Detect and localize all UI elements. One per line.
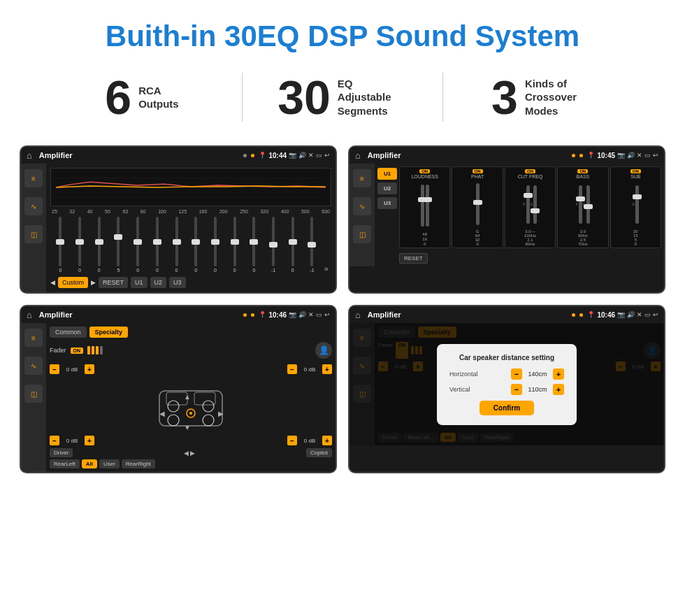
prev-arrow[interactable]: ◀ xyxy=(50,279,55,286)
horizontal-minus-btn[interactable]: − xyxy=(511,368,522,380)
u3-btn[interactable]: U3 xyxy=(169,277,186,288)
vertical-minus-btn[interactable]: − xyxy=(511,384,522,395)
pos-user[interactable]: User xyxy=(99,459,120,468)
svg-point-8 xyxy=(168,415,179,426)
camera-icon-2: 📷 xyxy=(617,152,625,159)
slider-1[interactable]: 0 xyxy=(52,217,69,273)
profile-icon-3[interactable]: 👤 xyxy=(315,342,332,359)
screen-4-dialog: ⌂ Amplifier 📍 10:46 📷 🔊 ✕ ▭ ↩ ≡ ∿ ◫ xyxy=(348,305,665,473)
car-diagram-svg: ▲ ▼ ◀ ▶ xyxy=(145,377,236,433)
home-icon-1[interactable]: ⌂ xyxy=(27,150,32,161)
app-title-3: Amplifier xyxy=(39,310,240,319)
vertical-plus-btn[interactable]: + xyxy=(553,384,564,395)
speaker-icon-1[interactable]: ◫ xyxy=(24,225,43,243)
left-sidebar-1: ≡ ∿ ◫ xyxy=(21,164,46,292)
u2-btn[interactable]: U2 xyxy=(150,277,167,288)
wave-icon-1[interactable]: ∿ xyxy=(24,197,43,215)
svg-text:▶: ▶ xyxy=(218,410,224,417)
db-minus-1[interactable]: − xyxy=(50,364,59,374)
more-icon[interactable]: » xyxy=(323,264,330,273)
svg-rect-5 xyxy=(194,392,215,405)
db-group-2: − 0 dB + xyxy=(287,364,332,374)
status-icons-2: 📍 10:45 📷 🔊 ✕ ▭ ↩ xyxy=(587,152,658,159)
volume-icon-1: 🔊 xyxy=(298,152,306,159)
db-minus-4[interactable]: − xyxy=(287,436,297,445)
pos-copilot[interactable]: Copilot xyxy=(306,448,332,457)
slider-8[interactable]: 0 xyxy=(187,217,205,273)
db-plus-2[interactable]: + xyxy=(322,364,332,374)
db-plus-1[interactable]: + xyxy=(85,364,94,374)
stat-eq-label: EQ AdjustableSegments xyxy=(338,77,408,118)
slider-13[interactable]: 0 xyxy=(284,217,301,273)
speaker-icon-3[interactable]: ◫ xyxy=(24,385,43,403)
slider-14[interactable]: -1 xyxy=(303,217,321,273)
app-title-2: Amplifier xyxy=(368,151,568,159)
u1-btn[interactable]: U1 xyxy=(131,277,147,288)
preset-u1[interactable]: U1 xyxy=(377,168,397,180)
freq-125: 125 xyxy=(178,209,187,214)
cutfreq-badge: ON xyxy=(525,169,535,173)
time-3: 10:46 xyxy=(268,311,287,319)
home-icon-4[interactable]: ⌂ xyxy=(355,310,361,320)
preset-u3[interactable]: U3 xyxy=(377,197,397,209)
tab-common-3[interactable]: Common xyxy=(50,327,87,338)
fader-content: Common Specialty Fader ON 👤 xyxy=(46,323,336,472)
horizontal-plus-btn[interactable]: + xyxy=(553,368,564,380)
pos-all[interactable]: All xyxy=(82,459,97,468)
close-icon-4: ✕ xyxy=(637,311,642,318)
slider-7[interactable]: 0 xyxy=(168,217,185,273)
dot8 xyxy=(579,313,583,317)
fader-bar-2 xyxy=(92,346,94,354)
slider-12[interactable]: -1 xyxy=(265,217,282,273)
confirm-button[interactable]: Confirm xyxy=(480,401,534,415)
slider-6[interactable]: 0 xyxy=(149,217,166,273)
eq-sliders: 0 0 0 5 0 0 0 0 0 0 0 -1 0 -1 » xyxy=(50,217,331,273)
pos-rearleft[interactable]: RearLeft xyxy=(50,459,80,468)
pos-driver[interactable]: Driver xyxy=(50,448,73,457)
pos-rearright[interactable]: RearRight xyxy=(122,459,155,468)
db-plus-3[interactable]: + xyxy=(85,436,94,445)
tab-specialty-3[interactable]: Specialty xyxy=(89,327,129,338)
eq-bottom-row: ◀ Custom ▶ RESET U1 U2 U3 xyxy=(50,277,331,288)
fader-controls: Fader ON 👤 xyxy=(50,342,332,359)
fader-bar-4 xyxy=(100,346,103,354)
slider-2[interactable]: 0 xyxy=(71,217,89,273)
eq-icon-2[interactable]: ≡ xyxy=(353,169,371,187)
screen-1-eq: ⌂ Amplifier 📍 10:44 📷 🔊 ✕ ▭ ↩ ≡ ∿ ◫ xyxy=(20,145,337,294)
eq-icon-1[interactable]: ≡ xyxy=(24,169,43,187)
custom-btn[interactable]: Custom xyxy=(58,277,88,288)
speaker-icon-2[interactable]: ◫ xyxy=(353,225,371,243)
next-arrow[interactable]: ▶ xyxy=(91,279,96,286)
db-minus-3[interactable]: − xyxy=(50,436,59,445)
slider-10[interactable]: 0 xyxy=(226,217,243,273)
app-title-4: Amplifier xyxy=(368,310,568,319)
camera-icon-4: 📷 xyxy=(617,311,625,318)
slider-4[interactable]: 5 xyxy=(110,217,127,273)
slider-5[interactable]: 0 xyxy=(129,217,147,273)
db-minus-2[interactable]: − xyxy=(287,364,297,374)
db-row-bottom: − 0 dB + − 0 dB + xyxy=(50,436,332,445)
slider-9[interactable]: 0 xyxy=(207,217,224,273)
window-icon-4: ▭ xyxy=(644,311,651,318)
slider-11[interactable]: 0 xyxy=(245,217,263,273)
volume-icon-2: 🔊 xyxy=(627,152,635,159)
freq-63: 63 xyxy=(122,209,128,214)
horizontal-value: 140cm xyxy=(525,371,550,378)
home-icon-3[interactable]: ⌂ xyxy=(27,310,32,320)
dialog-title: Car speaker distance setting xyxy=(449,354,564,361)
preset-u2[interactable]: U2 xyxy=(377,182,397,194)
wave-icon-3[interactable]: ∿ xyxy=(24,357,43,375)
eq-icon-3[interactable]: ≡ xyxy=(24,329,43,347)
slider-3[interactable]: 0 xyxy=(90,217,108,273)
reset-btn-2[interactable]: RESET xyxy=(399,253,428,264)
db-plus-4[interactable]: + xyxy=(322,436,332,445)
stat-eq: 30 EQ AdjustableSegments xyxy=(243,73,442,121)
wave-icon-2[interactable]: ∿ xyxy=(353,197,371,215)
channels-area: ON LOUDNESS 48 16 0 xyxy=(399,166,661,264)
reset-btn[interactable]: RESET xyxy=(99,277,128,288)
location-icon-4: 📍 xyxy=(587,311,595,318)
vertical-label: Vertical xyxy=(449,386,470,393)
pos-spacer: ◀ ▶ xyxy=(75,448,304,457)
home-icon-2[interactable]: ⌂ xyxy=(355,150,361,161)
close-icon-2: ✕ xyxy=(637,152,642,159)
